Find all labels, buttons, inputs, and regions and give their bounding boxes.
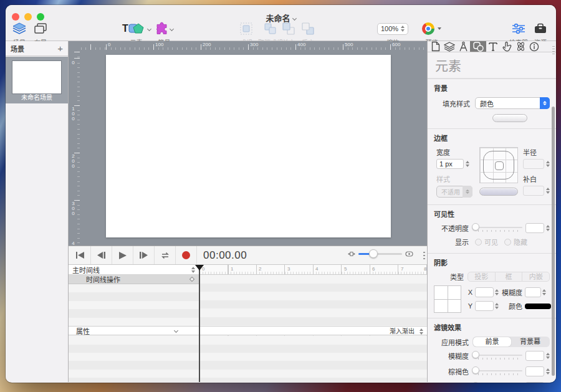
tab-text[interactable] xyxy=(486,41,500,52)
inspector-scrollbar[interactable] xyxy=(552,107,555,376)
elements-chevron-icon xyxy=(147,26,151,31)
border-padding-field[interactable] xyxy=(523,186,544,196)
filter-effects-section: 滤镜效果 应用模式 前景 背景幕 模糊度 棕褐色 xyxy=(428,318,556,383)
vertical-ruler: 0 100 200 300 4 xyxy=(69,50,80,246)
resources-briefcase-icon xyxy=(534,22,547,36)
info-icon xyxy=(529,42,539,52)
sepia-stepper-icon[interactable] xyxy=(546,368,550,375)
canvas-area[interactable]: 0 100 200 300 400 500 600 0 100 200 300 … xyxy=(69,41,427,246)
hand-pointer-icon xyxy=(502,41,512,52)
dropdown-arrows-icon xyxy=(540,97,550,109)
shadow-x-field[interactable] xyxy=(475,287,494,297)
opacity-slider[interactable] xyxy=(472,223,522,233)
filter-mode-foreground[interactable]: 前景 xyxy=(473,337,511,347)
record-dot-icon xyxy=(182,251,190,259)
playhead-marker[interactable] xyxy=(195,265,204,270)
playhead-line[interactable] xyxy=(199,265,200,382)
timeline-actions-row[interactable]: 时间线操作 xyxy=(69,275,199,284)
svg-text:T: T xyxy=(122,23,128,34)
metrics-compass-icon xyxy=(459,41,468,52)
tab-document[interactable] xyxy=(429,41,443,52)
sepia-field[interactable] xyxy=(525,366,544,376)
border-padding-stepper-icon[interactable] xyxy=(546,188,550,194)
properties-chevron-icon xyxy=(174,328,178,333)
tab-element-selected[interactable] xyxy=(470,41,486,52)
play-button[interactable] xyxy=(112,246,133,264)
shadow-section: 阴影 类型 投影 框 内嵌 X xyxy=(428,253,556,318)
title-chevron-icon[interactable] xyxy=(292,16,296,21)
inspector-title: 元素 xyxy=(428,52,556,79)
border-color-well[interactable] xyxy=(479,188,518,196)
border-section: 边框 宽度 1 px 样式 不适用 xyxy=(428,128,556,204)
tab-scene[interactable] xyxy=(443,41,456,52)
shadow-color-swatch[interactable] xyxy=(525,304,551,309)
jump-to-start-button[interactable] xyxy=(70,246,91,264)
keyframe-diamond-icon[interactable] xyxy=(189,277,194,282)
bring-front-icon xyxy=(282,22,295,36)
saturation-field[interactable] xyxy=(525,382,544,383)
visible-radio xyxy=(475,239,482,246)
border-width-stepper-icon[interactable] xyxy=(466,161,469,167)
time-display: 00:00.00 xyxy=(203,249,247,262)
scene-list-item-selected[interactable]: 未命名场景 xyxy=(6,57,68,103)
zoom-stepper[interactable]: 100% xyxy=(377,23,408,35)
easing-control[interactable]: 渐入渐出 xyxy=(390,326,415,335)
send-back-icon xyxy=(301,22,315,36)
preview-dropdown-icon xyxy=(438,27,441,30)
opacity-slider-knob[interactable] xyxy=(472,223,479,231)
filter-mode-backdrop[interactable]: 背景幕 xyxy=(511,337,549,347)
zoom-slider-knob[interactable] xyxy=(369,249,378,258)
properties-row[interactable]: 属性 渐入渐出 xyxy=(69,326,427,335)
scenes-sidebar: 场景 + 未命名场景 xyxy=(6,41,69,382)
zoom-value: 100% xyxy=(381,25,398,32)
step-forward-button[interactable] xyxy=(133,246,155,264)
timeline-ruler[interactable]: 0 1 2 3 4 5 6 7 8 xyxy=(199,265,427,275)
shadow-type-segmented: 投影 框 内嵌 xyxy=(467,272,550,282)
inspector-sliders-icon xyxy=(509,22,528,36)
main-timeline-row[interactable]: 主时间线 xyxy=(69,265,199,275)
shadow-blur-field[interactable] xyxy=(525,287,541,297)
loop-button[interactable] xyxy=(155,246,176,264)
timeline-zoom-slider[interactable] xyxy=(348,251,413,257)
sepia-slider[interactable] xyxy=(472,366,522,376)
scene-thumbnail[interactable] xyxy=(12,60,62,94)
filter-mode-segmented[interactable]: 前景 背景幕 xyxy=(472,337,550,347)
blur-field[interactable] xyxy=(525,351,544,361)
opacity-stepper-icon[interactable] xyxy=(546,225,550,231)
tab-metrics[interactable] xyxy=(456,41,470,52)
timeline-panel-grip[interactable] xyxy=(423,252,425,260)
visibility-section: 可见性 不透明度 显示 可见 隐藏 xyxy=(428,204,556,253)
easing-stepper-icon[interactable] xyxy=(420,328,423,335)
ungroup-icon xyxy=(258,22,283,36)
fill-color-well[interactable] xyxy=(492,114,527,122)
dropdown-arrows-icon xyxy=(463,186,472,198)
timeline-controls: 00:00.00 xyxy=(69,246,427,265)
saturation-slider[interactable] xyxy=(472,382,522,383)
chrome-browser-icon xyxy=(422,22,434,35)
text-icon xyxy=(489,42,497,51)
tab-actions[interactable] xyxy=(500,41,514,52)
timeline-actions-label: 时间线操作 xyxy=(86,274,120,284)
inspector-panel: 元素 背景 填充样式 颜色 边框 xyxy=(427,41,556,382)
border-sides-diagram[interactable] xyxy=(479,147,518,183)
tab-physics[interactable] xyxy=(514,41,527,52)
toolbar: 未命名 场景 布局 T 元素 xyxy=(6,5,556,41)
border-radius-field[interactable] xyxy=(523,159,544,169)
shadow-y-field[interactable] xyxy=(475,301,494,311)
shadow-blur-stepper-icon[interactable] xyxy=(542,289,546,295)
border-radius-stepper-icon[interactable] xyxy=(546,161,550,167)
blur-stepper-icon[interactable] xyxy=(546,353,550,359)
layers-icon xyxy=(444,42,455,52)
border-width-field[interactable]: 1 px xyxy=(436,159,464,169)
tab-identity[interactable] xyxy=(527,41,541,52)
app-window: 未命名 场景 布局 T 元素 xyxy=(6,5,556,383)
opacity-field[interactable] xyxy=(525,223,544,233)
blur-slider[interactable] xyxy=(472,351,522,361)
inspector-grip[interactable] xyxy=(552,46,555,55)
step-back-button[interactable] xyxy=(91,246,112,264)
record-button[interactable] xyxy=(176,246,197,264)
scene-canvas[interactable] xyxy=(106,55,391,237)
add-scene-button[interactable]: + xyxy=(57,44,63,53)
shadow-direction-grid[interactable] xyxy=(434,285,461,313)
fill-style-dropdown[interactable]: 颜色 xyxy=(475,97,550,109)
